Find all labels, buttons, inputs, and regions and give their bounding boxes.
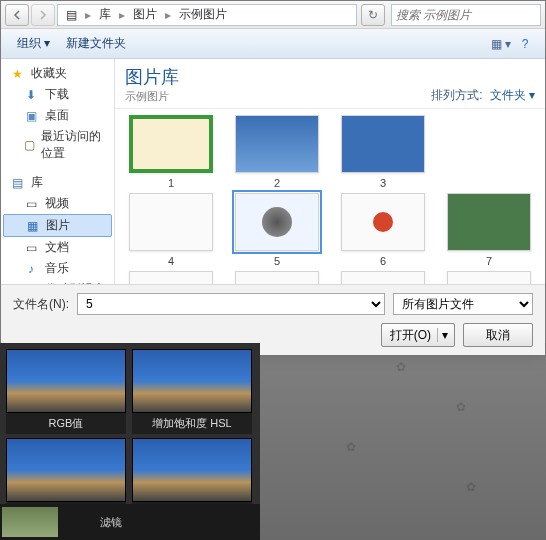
picture-icon: ▦ [24,218,40,234]
thumb-item-6[interactable]: 6 [341,193,425,267]
download-icon: ⬇ [23,87,39,103]
crumb-2[interactable]: 示例图片 [175,6,231,23]
document-icon: ▭ [23,240,39,256]
file-open-dialog: ▤▸ 库▸ 图片▸ 示例图片 ↻ 组织 ▾ 新建文件夹 ▦ ▾ ? ★收藏夹 ⬇… [0,0,546,343]
sidebar-favorites[interactable]: ★收藏夹 [1,63,114,84]
address-bar: ▤▸ 库▸ 图片▸ 示例图片 ↻ [1,1,545,29]
crumb-1[interactable]: 图片 [129,6,161,23]
strip-thumb[interactable] [2,507,58,537]
thumbnail-grid: 1 2 3 4 5 6 7 梦想与现实 梦想与现实 梦想与现实 第一课 中学时代 [115,109,545,284]
effect-item-hsl[interactable]: 增加饱和度 HSL [132,349,252,434]
thumb-item-4[interactable]: 4 [129,193,213,267]
library-header: 图片库 示例图片 排列方式: 文件夹 ▾ [115,59,545,109]
filename-input[interactable]: 5 [77,293,385,315]
library-title: 图片库 [125,67,179,87]
new-folder-button[interactable]: 新建文件夹 [58,32,134,55]
video-icon: ▭ [23,196,39,212]
organize-button[interactable]: 组织 ▾ [9,32,58,55]
library-icon: ▤ [9,175,25,191]
sidebar-item-recent[interactable]: ▢最近访问的位置 [1,126,114,164]
sidebar-item-downloads[interactable]: ⬇下载 [1,84,114,105]
sort-label: 排列方式: [431,88,482,102]
refresh-button[interactable]: ↻ [361,4,385,26]
open-button[interactable]: 打开(O)▾ [381,323,455,347]
youku-icon: ◉ [23,282,39,285]
sidebar-item-music[interactable]: ♪音乐 [1,258,114,279]
thumb-item-10[interactable]: 梦想与现实 [341,271,425,284]
nav-forward-button[interactable] [31,4,55,26]
breadcrumb[interactable]: ▤▸ 库▸ 图片▸ 示例图片 [57,4,357,26]
star-icon: ★ [9,66,25,82]
thumb-item-8[interactable]: 梦想与现实 [129,271,213,284]
thumb-item-1[interactable]: 1 [129,115,213,189]
music-icon: ♪ [23,261,39,277]
effect-item-rgb[interactable]: RGB值 [6,349,126,434]
thumb-item-5[interactable]: 5 [235,193,319,267]
recent-icon: ▢ [23,137,35,153]
sidebar: ★收藏夹 ⬇下载 ▣桌面 ▢最近访问的位置 ▤库 ▭视频 ▦图片 ▭文档 ♪音乐… [1,59,115,284]
timeline-strip: 滤镜 [0,504,260,540]
sidebar-libraries[interactable]: ▤库 [1,172,114,193]
sidebar-item-youku[interactable]: ◉优酷影视库 [1,279,114,284]
sidebar-item-desktop[interactable]: ▣桌面 [1,105,114,126]
thumb-item-11[interactable]: 第一课 中学时代 [447,271,531,284]
thumb-item-9[interactable]: 梦想与现实 [235,271,319,284]
help-button[interactable]: ? [513,33,537,55]
cancel-button[interactable]: 取消 [463,323,533,347]
crumb-0[interactable]: 库 [95,6,115,23]
sort-value-link[interactable]: 文件夹 ▾ [490,88,535,102]
sidebar-item-videos[interactable]: ▭视频 [1,193,114,214]
thumb-item-7[interactable]: 7 [447,193,531,267]
strip-label: 滤镜 [100,515,122,530]
sidebar-item-pictures[interactable]: ▦图片 [3,214,112,237]
toolbar: 组织 ▾ 新建文件夹 ▦ ▾ ? [1,29,545,59]
search-input[interactable] [396,8,536,22]
open-dropdown-icon[interactable]: ▾ [437,328,452,342]
content-area: 图片库 示例图片 排列方式: 文件夹 ▾ 1 2 3 4 5 6 [115,59,545,284]
desktop-icon: ▣ [23,108,39,124]
filename-label: 文件名(N): [13,296,69,313]
sidebar-item-documents[interactable]: ▭文档 [1,237,114,258]
thumb-item-3[interactable]: 3 [341,115,425,189]
file-filter-dropdown[interactable]: 所有图片文件 [393,293,533,315]
library-subtitle: 示例图片 [125,89,179,104]
thumb-item-2[interactable]: 2 [235,115,319,189]
search-box[interactable] [391,4,541,26]
nav-back-button[interactable] [5,4,29,26]
view-mode-button[interactable]: ▦ ▾ [489,33,513,55]
crumb-lib-icon: ▤ [62,8,81,22]
